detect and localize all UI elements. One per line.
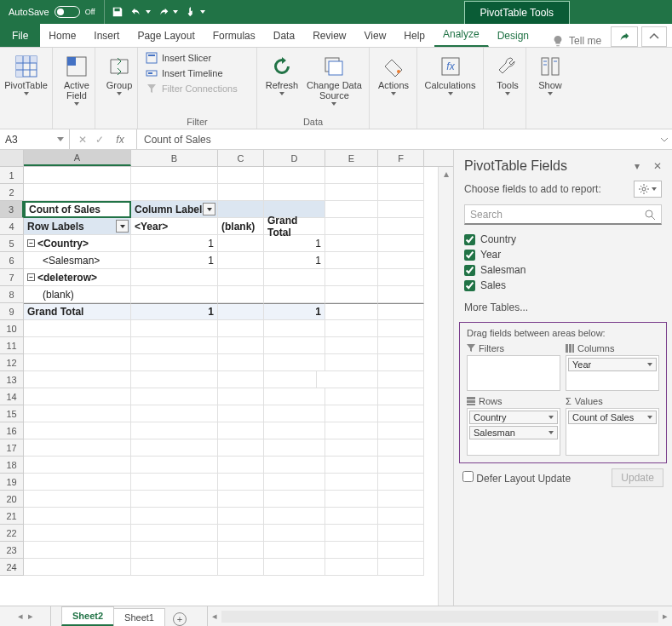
cell-a3[interactable]: Count of Sales	[24, 201, 131, 218]
more-tables-link[interactable]: More Tables...	[454, 298, 672, 317]
collapse-ribbon-icon[interactable]	[641, 26, 667, 47]
tab-design[interactable]: Design	[489, 25, 538, 47]
field-checkbox-year[interactable]: Year	[464, 249, 662, 261]
undo-icon[interactable]	[130, 6, 151, 18]
chip-country[interactable]: Country	[469, 411, 558, 424]
new-sheet-button[interactable]: +	[169, 612, 190, 626]
vertical-scrollbar[interactable]: ▴	[438, 167, 453, 606]
cell-d4[interactable]: Grand Total	[264, 218, 325, 235]
calculations-button[interactable]: fx Calculations	[424, 51, 476, 97]
refresh-icon	[270, 53, 294, 80]
refresh-button[interactable]: Refresh	[264, 51, 300, 97]
filter-connections-button: Filter Connections	[145, 82, 238, 95]
file-tab[interactable]: File	[0, 24, 40, 47]
column-header-d[interactable]: D	[264, 150, 325, 166]
tab-help[interactable]: Help	[395, 25, 434, 47]
data-source-icon	[322, 53, 346, 80]
cell-b3[interactable]: Column Labels	[131, 201, 218, 218]
cell-a9[interactable]: Grand Total	[24, 303, 131, 320]
close-pane-icon[interactable]: ✕	[653, 160, 662, 172]
tools-button[interactable]: Tools	[491, 51, 525, 97]
touch-mode-icon[interactable]	[185, 6, 205, 18]
save-icon[interactable]	[112, 6, 123, 18]
cell-a8[interactable]: (blank)	[24, 286, 131, 303]
ribbon-tabs: File Home Insert Page Layout Formulas Da…	[0, 24, 672, 48]
name-box[interactable]: A3	[0, 129, 70, 149]
cell-b9[interactable]: 1	[131, 303, 218, 320]
spreadsheet-grid[interactable]: A B C D E F 1 2 3 Count of Sales Column …	[0, 150, 454, 606]
actions-button[interactable]: Actions	[376, 51, 411, 97]
tab-view[interactable]: View	[356, 25, 396, 47]
tell-me[interactable]: Tell me	[543, 35, 610, 47]
chip-salesman[interactable]: Salesman	[469, 426, 558, 439]
column-header-c[interactable]: C	[218, 150, 264, 166]
show-icon	[538, 53, 562, 80]
cell-a4[interactable]: Row Labels	[24, 218, 131, 235]
filters-area[interactable]: Filters	[467, 343, 560, 391]
share-button[interactable]	[611, 26, 638, 47]
timeline-icon	[145, 66, 158, 80]
group-button[interactable]: Group	[102, 51, 136, 97]
sheet-nav[interactable]: ◂▸	[0, 606, 51, 626]
tab-review[interactable]: Review	[304, 25, 355, 47]
pivottable-button[interactable]: PivotTable	[7, 51, 45, 97]
sheet-tab-sheet2[interactable]: Sheet2	[61, 606, 114, 626]
formula-input[interactable]: Count of Sales	[137, 129, 657, 149]
change-data-source-button[interactable]: Change Data Source	[307, 51, 362, 107]
cell-d9[interactable]: 1	[264, 303, 325, 320]
collapse-icon[interactable]: −	[27, 239, 35, 247]
tab-analyze[interactable]: Analyze	[434, 23, 489, 47]
collapse-icon[interactable]: −	[27, 273, 35, 281]
cell-a5[interactable]: −<Country>	[24, 235, 131, 252]
horizontal-scrollbar[interactable]: ◂▸	[207, 606, 672, 626]
field-checkbox-country[interactable]: Country	[464, 233, 662, 245]
chip-count-of-sales[interactable]: Count of Sales	[568, 411, 657, 424]
svg-rect-14	[542, 58, 549, 75]
cell-b5[interactable]: 1	[131, 235, 218, 252]
field-search-input[interactable]: Search	[464, 204, 662, 225]
filter-icon	[145, 82, 158, 95]
pane-layout-button[interactable]	[634, 181, 662, 198]
expand-formula-bar-icon[interactable]	[657, 129, 672, 149]
chip-year[interactable]: Year	[568, 358, 657, 371]
rows-area[interactable]: Rows Country Salesman	[467, 396, 560, 456]
cell-b4[interactable]: <Year>	[131, 218, 218, 235]
row-labels-dropdown[interactable]	[116, 220, 129, 233]
active-field-button[interactable]: Active Field	[60, 51, 94, 107]
formula-bar: A3 ✕ ✓ fx Count of Sales	[0, 129, 672, 150]
slicer-icon	[145, 51, 158, 65]
tab-home[interactable]: Home	[40, 25, 85, 47]
autosave-toggle[interactable]: AutoSave Off	[0, 6, 104, 18]
redo-icon[interactable]	[158, 6, 178, 18]
cell-c4[interactable]: (blank)	[218, 218, 264, 235]
column-header-f[interactable]: F	[378, 150, 424, 166]
values-area[interactable]: ΣValues Count of Sales	[566, 396, 659, 456]
tab-insert[interactable]: Insert	[85, 25, 129, 47]
column-header-e[interactable]: E	[325, 150, 378, 166]
cell-d5[interactable]: 1	[264, 235, 325, 252]
field-checkbox-salesman[interactable]: Salesman	[464, 264, 662, 276]
svg-rect-2	[16, 56, 37, 63]
svg-rect-21	[467, 397, 475, 399]
cell-d6[interactable]: 1	[264, 252, 325, 269]
defer-update-checkbox[interactable]: Defer Layout Update	[462, 471, 571, 485]
cell-a6[interactable]: <Salesman>	[24, 252, 131, 269]
columns-area[interactable]: Columns Year	[566, 343, 659, 391]
tab-formulas[interactable]: Formulas	[204, 25, 265, 47]
select-all-corner[interactable]	[0, 150, 24, 166]
insert-timeline-button[interactable]: Insert Timeline	[145, 66, 238, 80]
insert-slicer-button[interactable]: Insert Slicer	[145, 51, 238, 65]
tab-page-layout[interactable]: Page Layout	[129, 25, 204, 47]
pane-options-icon[interactable]: ▾	[635, 160, 640, 172]
sheet-tab-sheet1[interactable]: Sheet1	[113, 608, 165, 626]
fx-icon[interactable]: fx	[112, 134, 128, 146]
cell-a7[interactable]: −<deleterow>	[24, 269, 131, 286]
field-checkbox-sales[interactable]: Sales	[464, 279, 662, 291]
column-header-a[interactable]: A	[24, 150, 131, 166]
column-header-b[interactable]: B	[131, 150, 218, 166]
show-button[interactable]: Show	[533, 51, 567, 97]
cell-b6[interactable]: 1	[131, 252, 218, 269]
column-labels-dropdown[interactable]	[203, 203, 215, 215]
cancel-formula-icon: ✕	[78, 134, 87, 146]
tab-data[interactable]: Data	[265, 25, 304, 47]
